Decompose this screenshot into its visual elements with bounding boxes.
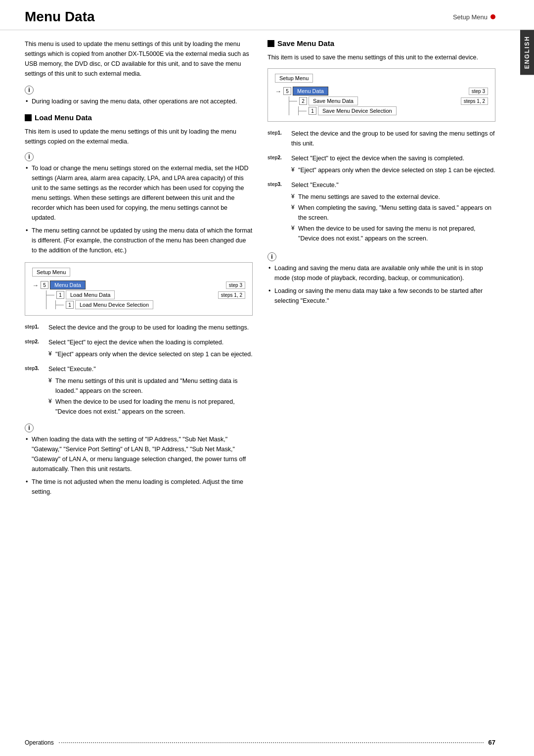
page-title: Menu Data	[25, 9, 95, 25]
load-diag-step3: step 3	[226, 282, 245, 289]
header-dot-icon	[490, 14, 495, 19]
load-section-header: Load Menu Data	[25, 113, 253, 122]
main-content: This menu is used to update the menu set…	[0, 30, 520, 504]
left-column: This menu is used to update the menu set…	[25, 39, 253, 504]
save-diag-steps12: steps 1, 2	[461, 97, 488, 105]
load-step-2-label: step2.	[25, 337, 48, 347]
load-step-2-line: step2. Select "Eject" to eject the devic…	[25, 337, 253, 347]
page-footer: Operations 67	[0, 739, 520, 746]
save-diag-arrow: →	[275, 88, 281, 95]
load-step-3-label: step3.	[25, 364, 48, 374]
save-step-3-yen-2: When completing the saving, "Menu settin…	[291, 203, 495, 223]
load-diag-load-num: 1	[56, 291, 64, 299]
save-header-square	[267, 40, 274, 47]
load-step-1-content: Select the device and the group to be us…	[48, 323, 253, 332]
load-menu-diagram: Setup Menu → 5 Menu Data step 3 1 Load M…	[25, 262, 253, 316]
save-step-1-line: step1. Select the device and the group t…	[267, 129, 495, 148]
save-step-1: step1. Select the device and the group t…	[267, 129, 495, 148]
save-diag-save-num: 2	[299, 97, 307, 105]
load-note-section: i To load or change the menu settings st…	[25, 152, 253, 255]
load-diag-load-row: 1 Load Menu Data steps 1, 2	[46, 290, 245, 299]
footer-operations-label: Operations	[25, 739, 54, 746]
save-step-3-yen-1: The menu settings are saved to the exter…	[291, 192, 495, 202]
load-diag-arrow: →	[32, 282, 39, 289]
side-tab-label: ENGLISH	[524, 36, 531, 69]
load-header-square	[25, 114, 32, 121]
save-step-1-content: Select the device and the group to be us…	[291, 129, 495, 148]
save-diag-connector2	[299, 111, 307, 111]
load-diag-setup-label: Setup Menu	[32, 268, 70, 277]
load-step-1-label: step1.	[25, 323, 48, 332]
save-step-3: step3. Select "Execute." The menu settin…	[267, 180, 495, 243]
note2-item-1: When loading the data with the setting o…	[25, 434, 253, 474]
save-step-3-label: step3.	[267, 180, 291, 190]
save-diag-device-num: 1	[309, 107, 316, 115]
header-right: Setup Menu	[453, 13, 495, 21]
load-note-item-2: The menu setting cannot be updated by us…	[25, 226, 253, 255]
note2-item-2: The time is not adjusted when the menu l…	[25, 477, 253, 497]
note3-item-1: Loading and saving the menu data are ava…	[267, 263, 495, 283]
load-diag-load-label: Load Menu Data	[66, 290, 115, 299]
footer-dots	[59, 742, 484, 743]
note-icon-1: i	[25, 86, 34, 94]
save-diag-step3: step 3	[469, 88, 488, 95]
save-diag-device-label: Save Menu Device Selection	[318, 106, 397, 115]
load-section-title: Load Menu Data	[35, 113, 92, 122]
note3-item-2: Loading or saving the menu data may take…	[267, 286, 495, 306]
save-step-3-yen-3: When the device to be used for saving th…	[291, 224, 495, 243]
page-header: Menu Data Setup Menu	[0, 0, 520, 30]
save-diag-menudata-label: Menu Data	[293, 87, 328, 95]
save-step-2-label: step2.	[267, 153, 291, 163]
intro-text: This menu is used to update the menu set…	[25, 39, 253, 79]
page-container: ENGLISH Menu Data Setup Menu This menu i…	[0, 0, 534, 756]
save-step-2-content: Select "Eject" to eject the device when …	[291, 153, 495, 163]
load-diag-device-label: Load Menu Device Selection	[75, 300, 153, 309]
note-icon-load: i	[25, 152, 34, 161]
save-step-3-line: step3. Select "Execute."	[267, 180, 495, 190]
save-diag-setup-label: Setup Menu	[275, 74, 313, 83]
save-step-3-content: Select "Execute."	[291, 180, 495, 190]
load-step-2-content: Select "Eject" to eject the device when …	[48, 337, 253, 347]
note-section-3: i Loading and saving the menu data are a…	[267, 252, 495, 306]
header-setup-label: Setup Menu	[453, 13, 488, 21]
save-section-title: Save Menu Data	[277, 39, 334, 47]
note-icon-3: i	[267, 252, 276, 261]
footer-page-number: 67	[489, 739, 495, 746]
load-step-1: step1. Select the device and the group t…	[25, 323, 253, 332]
right-column: Save Menu Data This item is used to save…	[267, 39, 495, 504]
save-menu-diagram: Setup Menu → 5 Menu Data step 3 2 Save M…	[267, 68, 495, 122]
note-item-1: During loading or saving the menu data, …	[25, 96, 253, 106]
load-diag-steps12: steps 1, 2	[218, 291, 245, 299]
note-section-2: i When loading the data with the setting…	[25, 424, 253, 497]
save-diag-num: 5	[283, 87, 291, 95]
load-step-1-line: step1. Select the device and the group t…	[25, 323, 253, 332]
load-step-3-line: step3. Select "Execute."	[25, 364, 253, 374]
load-diag-menudata-label: Menu Data	[50, 281, 86, 289]
save-diag-menudata-row: → 5 Menu Data step 3	[275, 87, 488, 95]
load-diag-device-row: 1 Load Menu Device Selection	[56, 300, 245, 309]
load-step-2: step2. Select "Eject" to eject the devic…	[25, 337, 253, 359]
load-diag-connector1	[46, 295, 54, 295]
save-section-header: Save Menu Data	[267, 39, 495, 47]
load-step-2-yen: "Eject" appears only when the device sel…	[48, 349, 253, 359]
save-section-text: This item is used to save the menu setti…	[267, 52, 495, 62]
load-step-3: step3. Select "Execute." The menu settin…	[25, 364, 253, 417]
load-step-3-yen-1: The menu settings of this unit is update…	[48, 376, 253, 396]
save-diag-connector1	[289, 101, 297, 101]
save-step-2-yen: "Eject" appears only when the device sel…	[291, 165, 495, 175]
save-diag-save-label: Save Menu Data	[309, 96, 358, 105]
load-step-3-yen-2: When the device to be used for loading t…	[48, 397, 253, 417]
side-tab: ENGLISH	[520, 30, 534, 75]
load-diag-menudata-row: → 5 Menu Data step 3	[32, 281, 245, 289]
note-section-1: i During loading or saving the menu data…	[25, 86, 253, 106]
save-step-2-line: step2. Select "Eject" to eject the devic…	[267, 153, 495, 163]
load-note-item-1: To load or change the menu settings stor…	[25, 163, 253, 223]
save-diag-device-row: 1 Save Menu Device Selection	[299, 106, 488, 115]
save-step-1-label: step1.	[267, 129, 291, 148]
note-icon-2: i	[25, 424, 34, 432]
load-diag-connector2	[56, 305, 64, 305]
load-diag-device-num: 1	[66, 301, 74, 309]
save-diag-save-row: 2 Save Menu Data steps 1, 2	[289, 96, 488, 105]
save-step-2: step2. Select "Eject" to eject the devic…	[267, 153, 495, 175]
load-step-3-content: Select "Execute."	[48, 364, 253, 374]
